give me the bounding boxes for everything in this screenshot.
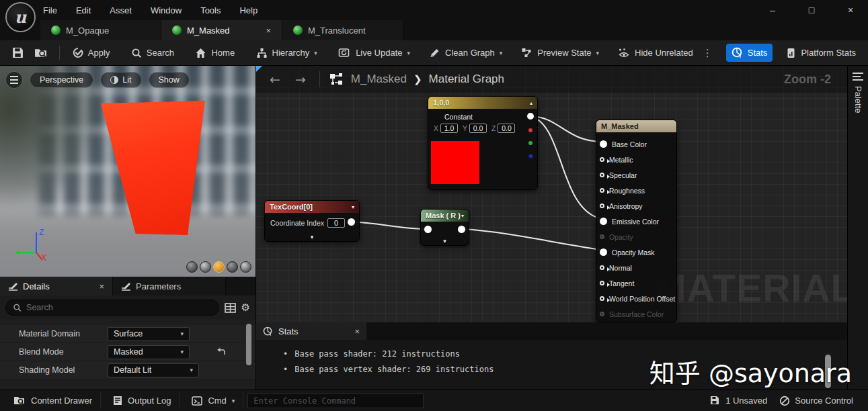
gear-icon[interactable]: ⚙ bbox=[241, 302, 250, 314]
pin-icon[interactable] bbox=[600, 140, 607, 148]
pin-roughness[interactable]: Roughness bbox=[600, 183, 676, 198]
pin-icon[interactable] bbox=[600, 173, 604, 177]
color-swatch[interactable] bbox=[431, 141, 479, 184]
hierarchy-button[interactable]: Hierarchy ▾ bbox=[251, 44, 323, 62]
details-scrollbar[interactable] bbox=[246, 324, 251, 365]
reset-to-default-icon[interactable] bbox=[216, 348, 226, 356]
b-output-pin[interactable] bbox=[528, 154, 533, 158]
preview-viewport[interactable]: Perspective Lit Show Z X bbox=[0, 66, 255, 277]
tab-m-opaque[interactable]: M_Opaque bbox=[40, 20, 161, 40]
perspective-button[interactable]: Perspective bbox=[30, 72, 93, 88]
node-texcoord[interactable]: TexCoord[0] ▾ Coordinate Index 0 ▾ bbox=[264, 200, 360, 242]
collapse-icon[interactable]: ▾ bbox=[461, 213, 464, 219]
z-value-field[interactable]: 0.0 bbox=[498, 124, 515, 133]
clean-graph-button[interactable]: Clean Graph ▾ bbox=[424, 44, 508, 62]
node-constant3vector[interactable]: 1,0,0 ▴ Constant X 1.0 Y 0.0 Z 0.0 bbox=[428, 96, 538, 190]
shape-mesh-button[interactable] bbox=[240, 261, 251, 273]
stats-button[interactable]: i Stats bbox=[726, 44, 773, 62]
pin-icon[interactable] bbox=[600, 281, 604, 285]
show-button[interactable]: Show bbox=[149, 72, 190, 88]
collapse-icon[interactable]: ▾ bbox=[352, 204, 354, 210]
tab-stats[interactable]: i Stats × bbox=[256, 322, 366, 340]
pin-specular[interactable]: Specular bbox=[600, 167, 676, 183]
rgb-output-pin[interactable] bbox=[527, 113, 534, 120]
shape-plane-button[interactable] bbox=[213, 261, 225, 273]
pin-icon[interactable] bbox=[600, 248, 607, 256]
node-header[interactable]: Mask ( R ) ▾ bbox=[421, 210, 469, 222]
pin-anisotropy[interactable]: Anisotropy bbox=[600, 198, 676, 214]
pin-icon[interactable] bbox=[600, 296, 604, 301]
toolbar-overflow-icon[interactable]: ⋮ bbox=[699, 47, 717, 59]
menu-window[interactable]: Window bbox=[151, 5, 182, 15]
tab-details[interactable]: Details × bbox=[0, 277, 113, 295]
stats-scrollbar[interactable] bbox=[825, 355, 831, 388]
nav-back-icon[interactable]: ← bbox=[266, 72, 284, 87]
platform-stats-button[interactable]: Platform Stats bbox=[781, 44, 861, 62]
menu-file[interactable]: File bbox=[43, 5, 57, 15]
shape-cube-button[interactable] bbox=[227, 261, 238, 273]
pin-world-position-offset[interactable]: World Position Offset bbox=[600, 291, 676, 306]
maximize-button[interactable]: □ bbox=[802, 5, 821, 15]
r-output-pin[interactable] bbox=[528, 128, 532, 132]
display-filter-icon[interactable] bbox=[225, 303, 236, 313]
minimize-button[interactable]: – bbox=[763, 5, 782, 15]
cmd-dropdown-button[interactable]: Cmd ▾ bbox=[184, 392, 243, 409]
pin-metallic[interactable]: Metallic bbox=[600, 152, 676, 167]
details-search-input[interactable] bbox=[26, 303, 212, 312]
pin-tangent[interactable]: Tangent bbox=[600, 275, 676, 291]
menu-edit[interactable]: Edit bbox=[76, 5, 91, 15]
coordinate-index-field[interactable]: 0 bbox=[327, 218, 345, 228]
palette-tab[interactable]: Palette bbox=[853, 86, 863, 113]
tab-m-translucent[interactable]: M_Translucent bbox=[282, 20, 403, 40]
node-header[interactable]: 1,0,0 ▴ bbox=[428, 97, 537, 109]
shape-cylinder-button[interactable] bbox=[186, 261, 198, 273]
lit-button[interactable]: Lit bbox=[100, 72, 141, 88]
pin-icon[interactable] bbox=[600, 157, 604, 162]
expand-advanced-icon[interactable]: ▾ bbox=[311, 234, 314, 240]
output-log-button[interactable]: Output Log bbox=[105, 392, 180, 409]
live-update-button[interactable]: Live Update ▾ bbox=[333, 44, 416, 62]
source-control-button[interactable]: Source Control bbox=[779, 396, 853, 406]
collapse-icon[interactable]: ▴ bbox=[530, 100, 532, 106]
content-drawer-button[interactable]: Content Drawer bbox=[5, 392, 101, 409]
save-button[interactable] bbox=[7, 44, 29, 62]
node-header[interactable]: TexCoord[0] ▾ bbox=[265, 201, 359, 213]
menu-tools[interactable]: Tools bbox=[200, 5, 221, 15]
pin-icon[interactable] bbox=[600, 203, 604, 208]
apply-button[interactable]: Apply bbox=[67, 44, 116, 62]
console-command-input[interactable] bbox=[247, 394, 424, 408]
texcoord-output-pin[interactable] bbox=[348, 218, 355, 226]
home-button[interactable]: Home bbox=[190, 44, 240, 62]
pin-base-color[interactable]: Base Color bbox=[600, 136, 676, 152]
tab-m-masked[interactable]: M_Masked × bbox=[161, 20, 282, 40]
pin-icon[interactable] bbox=[600, 265, 604, 270]
node-material-result[interactable]: M_Masked Base Color Metallic Specular Ro… bbox=[596, 120, 677, 322]
unsaved-indicator[interactable]: * 1 Unsaved bbox=[710, 396, 767, 406]
details-close-icon[interactable]: × bbox=[76, 281, 104, 291]
x-value-field[interactable]: 1.0 bbox=[440, 124, 458, 133]
pin-icon[interactable] bbox=[600, 188, 604, 193]
pin-icon[interactable] bbox=[600, 218, 607, 225]
viewport-menu-icon[interactable] bbox=[5, 71, 23, 89]
nav-forward-icon[interactable]: → bbox=[291, 72, 310, 87]
menu-asset[interactable]: Asset bbox=[110, 5, 132, 15]
close-button[interactable]: × bbox=[841, 5, 860, 15]
shape-sphere-button[interactable] bbox=[200, 261, 211, 273]
pin-normal[interactable]: Normal bbox=[600, 260, 676, 275]
hide-unrelated-button[interactable]: Hide Unrelated bbox=[613, 44, 699, 62]
pin-opacity-mask[interactable]: Opacity Mask bbox=[600, 244, 676, 260]
menu-help[interactable]: Help bbox=[239, 5, 258, 15]
shading-model-dropdown[interactable]: Default Lit ▾ bbox=[108, 363, 199, 377]
search-button[interactable]: Search bbox=[126, 44, 180, 62]
blend-mode-dropdown[interactable]: Masked ▾ bbox=[108, 345, 190, 359]
material-domain-dropdown[interactable]: Surface ▾ bbox=[108, 327, 190, 341]
tab-close-icon[interactable]: × bbox=[248, 26, 271, 36]
details-search-box[interactable] bbox=[5, 300, 219, 316]
breadcrumb-root[interactable]: M_Masked bbox=[351, 73, 407, 86]
expand-advanced-icon[interactable]: ▾ bbox=[443, 238, 446, 244]
g-output-pin[interactable] bbox=[528, 141, 532, 145]
tab-parameters[interactable]: Parameters bbox=[113, 277, 226, 295]
node-component-mask[interactable]: Mask ( R ) ▾ ▾ bbox=[420, 209, 469, 246]
pin-emissive-color[interactable]: Emissive Color bbox=[600, 214, 676, 229]
node-header[interactable]: M_Masked bbox=[596, 120, 676, 132]
